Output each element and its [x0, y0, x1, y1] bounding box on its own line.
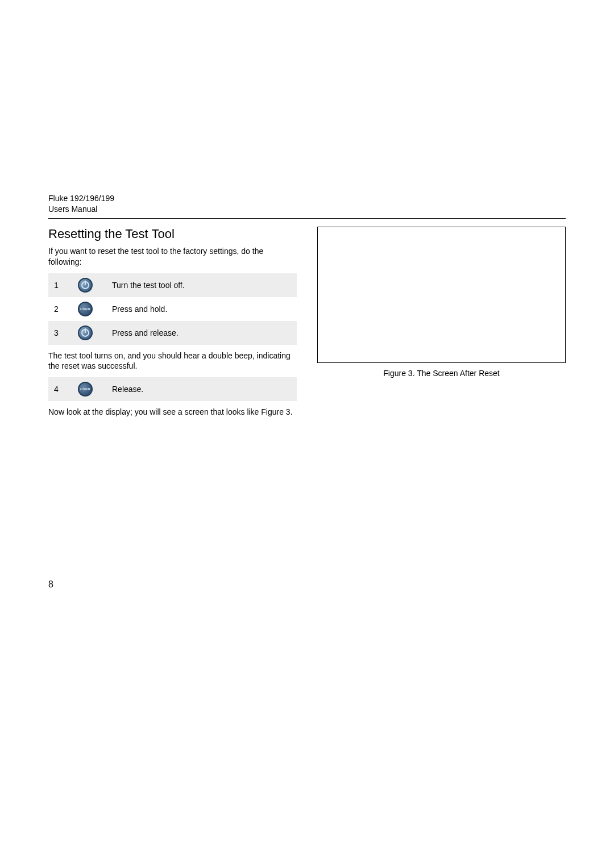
figure-placeholder — [317, 227, 566, 363]
header-doc-title: Users Manual — [48, 204, 566, 215]
user-icon: USER — [78, 302, 93, 316]
outro-text: Now look at the display; you will see a … — [48, 407, 297, 418]
steps-table-a: 1 Turn the test tool off. 2 USER Press a… — [48, 273, 297, 345]
step-text: Release. — [106, 377, 297, 401]
step-number: 3 — [48, 321, 72, 345]
power-icon — [78, 278, 93, 293]
step-row: 2 USER Press and hold. — [48, 297, 297, 321]
power-icon — [78, 326, 93, 340]
figure-caption: Figure 3. The Screen After Reset — [317, 369, 566, 378]
step-text: Press and release. — [106, 321, 297, 345]
page-header: Fluke 192/196/199 Users Manual — [48, 193, 566, 215]
step-icon-cell: USER — [72, 297, 106, 321]
step-number: 1 — [48, 273, 72, 297]
header-rule — [48, 218, 566, 219]
intro-text: If you want to reset the test tool to th… — [48, 246, 297, 268]
step-text: Turn the test tool off. — [106, 273, 297, 297]
step-icon-cell — [72, 321, 106, 345]
manual-page: Fluke 192/196/199 Users Manual Resetting… — [0, 0, 614, 423]
header-product: Fluke 192/196/199 — [48, 193, 566, 204]
step-row: 1 Turn the test tool off. — [48, 273, 297, 297]
page-number: 8 — [48, 579, 53, 590]
section-title: Resetting the Test Tool — [48, 227, 297, 241]
step-row: 3 Press and release. — [48, 321, 297, 345]
left-column: Resetting the Test Tool If you want to r… — [48, 227, 297, 423]
user-icon: USER — [78, 382, 93, 397]
step-row: 4 USER Release. — [48, 377, 297, 401]
step-icon-cell: USER — [72, 377, 106, 401]
right-column: Figure 3. The Screen After Reset — [317, 227, 566, 423]
step-number: 4 — [48, 377, 72, 401]
step-number: 2 — [48, 297, 72, 321]
steps-table-b: 4 USER Release. — [48, 377, 297, 401]
mid-text: The test tool turns on, and you should h… — [48, 350, 297, 372]
step-icon-cell — [72, 273, 106, 297]
step-text: Press and hold. — [106, 297, 297, 321]
content-columns: Resetting the Test Tool If you want to r… — [48, 227, 566, 423]
